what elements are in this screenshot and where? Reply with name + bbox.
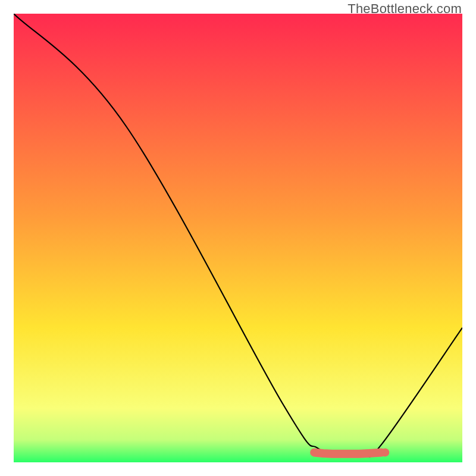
sweet-spot-band <box>314 452 381 453</box>
chart-background <box>14 14 462 462</box>
sweet-spot-end-dot <box>381 448 389 456</box>
bottleneck-chart <box>14 14 462 462</box>
